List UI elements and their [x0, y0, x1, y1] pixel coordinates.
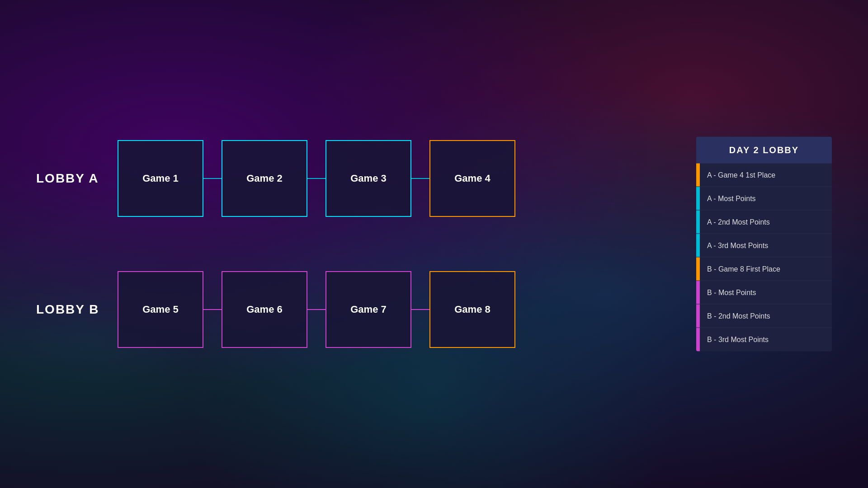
game-box-5: Game 5: [118, 271, 203, 348]
panel-text-0: A - Game 4 1st Place: [700, 164, 783, 187]
accent-3: [696, 234, 700, 257]
game-box-7: Game 7: [326, 271, 411, 348]
panel-text-6: B - 2nd Most Points: [700, 305, 778, 328]
game-box-2: Game 2: [222, 140, 307, 217]
panel-item-1: A - Most Points: [696, 187, 832, 211]
game-box-1: Game 1: [118, 140, 203, 217]
lobby-b-row: LOBBY B Game 5 Game 6 Game 7 Game 8: [36, 271, 515, 348]
panel-text-5: B - Most Points: [700, 281, 763, 304]
game-box-3: Game 3: [326, 140, 411, 217]
game-box-6: Game 6: [222, 271, 307, 348]
game-2-label: Game 2: [246, 173, 283, 184]
panel-text-7: B - 3rd Most Points: [700, 328, 776, 352]
panel-header: DAY 2 LOBBY: [696, 137, 832, 164]
lobby-a-row: LOBBY A Game 1 Game 2 Game 3 Game 4: [36, 140, 515, 217]
game-box-8: Game 8: [429, 271, 515, 348]
accent-0: [696, 164, 700, 187]
lobby-b-games: Game 5 Game 6 Game 7 Game 8: [118, 271, 515, 348]
accent-4: [696, 258, 700, 281]
panel-item-0: A - Game 4 1st Place: [696, 164, 832, 187]
game-8-label: Game 8: [454, 304, 491, 315]
lobby-a-label: LOBBY A: [36, 171, 118, 186]
panel-text-4: B - Game 8 First Place: [700, 258, 788, 281]
connector-b-3: [411, 309, 429, 310]
panel-item-6: B - 2nd Most Points: [696, 305, 832, 328]
accent-7: [696, 328, 700, 352]
game-6-label: Game 6: [246, 304, 283, 315]
panel-text-2: A - 2nd Most Points: [700, 211, 777, 234]
panel-item-7: B - 3rd Most Points: [696, 328, 832, 352]
connector-a-1: [203, 178, 222, 179]
panel-item-4: B - Game 8 First Place: [696, 258, 832, 281]
connector-a-2: [307, 178, 326, 179]
game-3-label: Game 3: [350, 173, 387, 184]
panel-title: DAY 2 LOBBY: [729, 145, 799, 155]
connector-b-2: [307, 309, 326, 310]
accent-5: [696, 281, 700, 304]
accent-6: [696, 305, 700, 328]
panel-text-1: A - Most Points: [700, 187, 763, 210]
game-1-label: Game 1: [142, 173, 179, 184]
panel-text-3: A - 3rd Most Points: [700, 234, 775, 257]
lobby-a-games: Game 1 Game 2 Game 3 Game 4: [118, 140, 515, 217]
lobbies-container: LOBBY A Game 1 Game 2 Game 3 Game 4: [36, 140, 515, 348]
connector-a-3: [411, 178, 429, 179]
accent-1: [696, 187, 700, 210]
accent-2: [696, 211, 700, 234]
lobby-b-label: LOBBY B: [36, 302, 118, 317]
side-panel: DAY 2 LOBBY A - Game 4 1st Place A - Mos…: [696, 137, 832, 352]
panel-item-2: A - 2nd Most Points: [696, 211, 832, 234]
panel-item-3: A - 3rd Most Points: [696, 234, 832, 258]
game-4-label: Game 4: [454, 173, 491, 184]
panel-item-5: B - Most Points: [696, 281, 832, 305]
connector-b-1: [203, 309, 222, 310]
game-7-label: Game 7: [350, 304, 387, 315]
game-5-label: Game 5: [142, 304, 179, 315]
game-box-4: Game 4: [429, 140, 515, 217]
